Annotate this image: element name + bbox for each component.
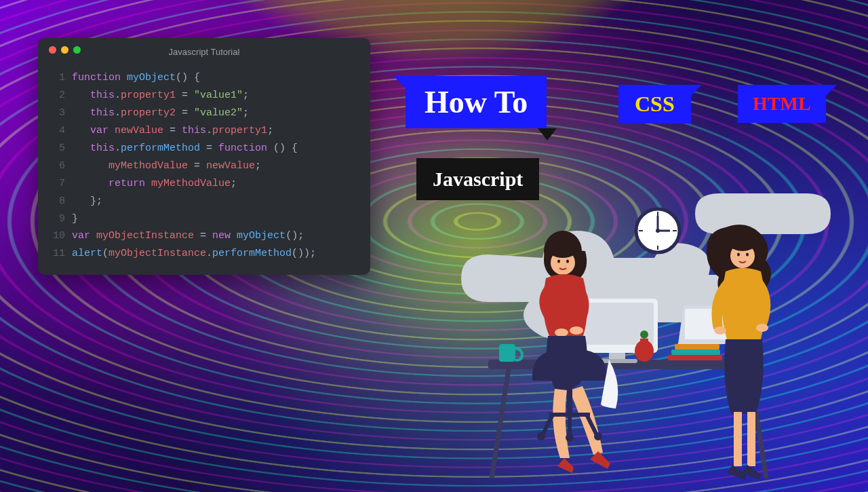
svg-point-28 xyxy=(555,328,568,337)
line-number: 5 xyxy=(49,140,65,157)
code-line: 4 var newValue = this.property1; xyxy=(49,122,359,140)
code-line: 1function myObject() { xyxy=(49,69,359,87)
line-number: 8 xyxy=(49,193,65,210)
line-number: 10 xyxy=(49,227,65,245)
svg-point-33 xyxy=(594,432,602,440)
svg-point-29 xyxy=(570,326,583,335)
maximize-icon xyxy=(73,46,81,54)
code-line: 5 this.performMethod = function () { xyxy=(49,140,359,157)
code-content: var newValue = this.property1; xyxy=(72,122,273,140)
code-content: var myObjectInstance = new myObject(); xyxy=(72,227,304,245)
line-number: 6 xyxy=(49,157,65,175)
code-editor: Javascript Tutorial 1function myObject()… xyxy=(38,38,370,275)
svg-rect-12 xyxy=(580,303,654,345)
line-number: 1 xyxy=(49,69,65,87)
svg-rect-17 xyxy=(640,339,648,345)
editor-title: Javascript Tutorial xyxy=(49,47,359,57)
svg-point-38 xyxy=(714,326,726,335)
code-content: this.performMethod = function () { xyxy=(72,140,298,157)
svg-rect-13 xyxy=(609,353,625,360)
code-content: this.property2 = "value2"; xyxy=(72,105,249,122)
line-number: 11 xyxy=(49,245,65,263)
svg-rect-41 xyxy=(747,412,755,466)
svg-point-18 xyxy=(640,330,648,339)
code-line: 7 return myMethodValue; xyxy=(49,175,359,193)
code-line: 10var myObjectInstance = new myObject(); xyxy=(49,227,359,245)
code-content: function myObject() { xyxy=(72,69,200,87)
code-line: 8 }; xyxy=(49,193,359,210)
svg-line-9 xyxy=(492,369,509,478)
svg-rect-20 xyxy=(671,349,720,355)
tag-css: CSS xyxy=(618,85,691,124)
svg-point-27 xyxy=(549,244,576,258)
svg-point-31 xyxy=(537,432,545,440)
svg-rect-19 xyxy=(668,355,722,360)
line-number: 7 xyxy=(49,175,65,193)
code-line: 11alert(myObjectInstance.performMethod()… xyxy=(49,245,359,263)
svg-point-37 xyxy=(730,239,755,251)
close-icon xyxy=(49,46,56,54)
tag-how-to: How To xyxy=(406,76,547,128)
svg-rect-40 xyxy=(734,412,742,466)
minimize-icon xyxy=(61,46,68,54)
svg-rect-21 xyxy=(675,344,719,349)
office-illustration xyxy=(434,173,848,492)
svg-point-7 xyxy=(656,229,660,233)
code-line: 9} xyxy=(49,210,359,228)
code-content: }; xyxy=(72,193,102,210)
code-content: } xyxy=(72,210,78,228)
line-number: 2 xyxy=(49,87,65,105)
code-content: this.property1 = "value1"; xyxy=(72,87,249,105)
code-content: myMethodValue = newValue; xyxy=(72,157,261,175)
svg-rect-15 xyxy=(499,344,515,362)
svg-point-26 xyxy=(566,260,569,263)
tag-html: HTML xyxy=(738,85,826,123)
code-line: 6 myMethodValue = newValue; xyxy=(49,157,359,175)
svg-point-25 xyxy=(557,260,560,263)
svg-point-32 xyxy=(566,434,574,442)
code-body: 1function myObject() {2 this.property1 =… xyxy=(49,69,359,263)
line-number: 4 xyxy=(49,122,65,140)
svg-point-36 xyxy=(746,253,749,257)
svg-rect-30 xyxy=(567,381,572,415)
code-content: alert(myObjectInstance.performMethod()); xyxy=(72,245,316,263)
code-content: return myMethodValue; xyxy=(72,175,237,193)
svg-point-39 xyxy=(756,324,768,332)
svg-point-35 xyxy=(737,253,740,257)
code-line: 3 this.property2 = "value2"; xyxy=(49,105,359,122)
line-number: 3 xyxy=(49,105,65,122)
code-line: 2 this.property1 = "value1"; xyxy=(49,87,359,105)
line-number: 9 xyxy=(49,210,65,228)
